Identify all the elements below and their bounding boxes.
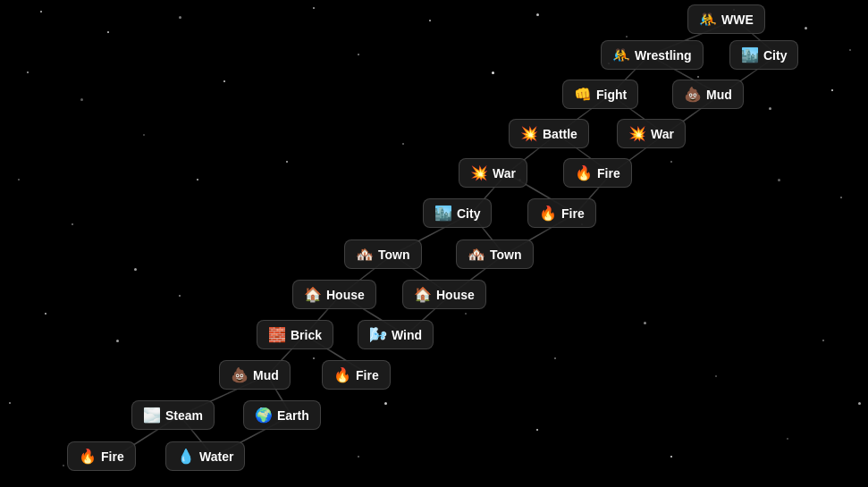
node-emoji-war1: 💥 (470, 164, 488, 181)
node-wind1[interactable]: 🌬️Wind (358, 320, 434, 349)
node-label-town1: Town (378, 248, 410, 262)
node-label-battle1: Battle (543, 127, 577, 141)
node-emoji-wind1: 🌬️ (369, 326, 387, 343)
node-house1[interactable]: 🏠House (292, 280, 376, 309)
node-emoji-war2: 💥 (628, 125, 646, 142)
node-town1[interactable]: 🏘️Town (344, 239, 422, 269)
node-emoji-steam1: 🌫️ (143, 407, 161, 424)
node-battle1[interactable]: 💥Battle (509, 119, 589, 148)
node-emoji-town2: 🏘️ (468, 246, 485, 263)
node-emoji-fire1: 🔥 (79, 448, 97, 465)
node-label-wwe1: WWE (721, 13, 754, 27)
node-war1[interactable]: 💥War (459, 158, 527, 188)
node-mud1[interactable]: 💩Mud (219, 360, 291, 390)
node-emoji-earth1: 🌍 (255, 407, 273, 424)
node-label-wrestling1: Wrestling (635, 48, 692, 63)
node-emoji-town1: 🏘️ (356, 246, 374, 263)
node-city2[interactable]: 🏙️City (729, 40, 798, 70)
node-label-war2: War (651, 127, 674, 141)
node-label-war1: War (493, 166, 516, 181)
node-town2[interactable]: 🏘️Town (456, 239, 534, 269)
node-earth1[interactable]: 🌍Earth (243, 400, 321, 430)
node-emoji-fight1: 👊 (574, 86, 592, 103)
node-label-fire4: Fire (597, 166, 620, 181)
node-city1[interactable]: 🏙️City (423, 198, 492, 228)
node-water1[interactable]: 💧Water (165, 441, 245, 471)
node-label-fire2: Fire (356, 368, 379, 382)
node-emoji-mud1: 💩 (231, 366, 249, 383)
node-label-house1: House (326, 288, 365, 302)
node-fight1[interactable]: 👊Fight (562, 80, 638, 109)
node-fire3[interactable]: 🔥Fire (527, 198, 596, 228)
node-label-wind1: Wind (392, 328, 422, 342)
node-mud2[interactable]: 💩Mud (672, 80, 744, 109)
node-emoji-city1: 🏙️ (434, 205, 452, 222)
node-fire1[interactable]: 🔥Fire (67, 441, 136, 471)
node-emoji-battle1: 💥 (520, 125, 538, 142)
node-war2[interactable]: 💥War (617, 119, 686, 148)
connection-lines (0, 0, 868, 487)
node-label-fire3: Fire (561, 206, 585, 221)
node-label-house2: House (436, 288, 475, 302)
node-label-city2: City (763, 48, 787, 63)
node-label-water1: Water (199, 449, 233, 464)
node-emoji-wwe1: 🤼 (699, 11, 717, 28)
node-emoji-water1: 💧 (177, 448, 195, 465)
node-emoji-fire2: 🔥 (333, 366, 351, 383)
node-wwe1[interactable]: 🤼WWE (687, 4, 765, 34)
node-wrestling1[interactable]: 🤼Wrestling (601, 40, 704, 70)
node-label-earth1: Earth (277, 408, 309, 423)
node-emoji-house2: 🏠 (414, 286, 432, 303)
node-brick1[interactable]: 🧱Brick (257, 320, 333, 349)
node-emoji-city2: 🏙️ (741, 46, 759, 63)
node-emoji-brick1: 🧱 (268, 326, 286, 343)
node-steam1[interactable]: 🌫️Steam (131, 400, 215, 430)
node-emoji-wrestling1: 🤼 (612, 46, 630, 63)
node-fire2[interactable]: 🔥Fire (322, 360, 391, 390)
node-label-fire1: Fire (101, 449, 124, 464)
node-emoji-house1: 🏠 (304, 286, 322, 303)
node-label-town2: Town (490, 248, 522, 262)
starfield (0, 0, 868, 487)
node-house2[interactable]: 🏠House (402, 280, 486, 309)
node-emoji-fire4: 🔥 (575, 164, 593, 181)
node-label-brick1: Brick (291, 328, 322, 342)
node-emoji-mud2: 💩 (684, 86, 702, 103)
node-label-steam1: Steam (165, 408, 203, 423)
node-emoji-fire3: 🔥 (539, 205, 557, 222)
node-label-city1: City (457, 206, 480, 221)
node-label-mud1: Mud (253, 368, 279, 382)
node-label-fight1: Fight (596, 88, 627, 102)
node-label-mud2: Mud (706, 88, 732, 102)
node-fire4[interactable]: 🔥Fire (563, 158, 632, 188)
